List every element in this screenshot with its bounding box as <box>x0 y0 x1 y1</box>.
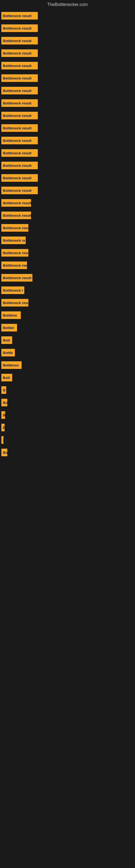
bar-label-15: Bottleneck result <box>3 188 31 193</box>
result-bar-2[interactable]: Bottleneck result <box>1 24 38 32</box>
bar-label-16: Bottleneck result <box>3 201 31 205</box>
result-bar-34[interactable]: B <box>1 424 5 431</box>
bar-label-19: Bottleneck re <box>3 239 25 243</box>
bar-label-23: Bottleneck r <box>3 288 23 292</box>
bar-row: Bottle <box>1 349 134 356</box>
bar-label-31: B <box>3 388 5 392</box>
result-bar-6[interactable]: Bottleneck result <box>1 74 38 82</box>
result-bar-8[interactable]: Bottleneck result <box>1 99 38 107</box>
bar-label-22: Bottleneck result <box>3 276 31 280</box>
bar-label-7: Bottleneck result <box>3 89 31 93</box>
bar-row: Bottleneck result <box>1 74 134 82</box>
bar-label-20: Bottleneck resu <box>3 251 28 255</box>
bar-label-8: Bottleneck result <box>3 101 31 105</box>
result-bar-21[interactable]: Bottleneck res <box>1 261 27 269</box>
bar-label-17: Bottleneck result <box>3 214 31 218</box>
result-bar-14[interactable]: Bottleneck result <box>1 174 38 182</box>
bar-row: Bottleneck r <box>1 286 134 294</box>
bar-row: Bottlene <box>1 311 134 319</box>
bar-label-29: Bottlenec <box>3 363 19 367</box>
bar-row: Bottleneck re <box>1 237 134 244</box>
bar-row: Bottleneck result <box>1 174 134 182</box>
bars-container: Bottleneck resultBottleneck resultBottle… <box>0 9 135 464</box>
result-bar-22[interactable]: Bottleneck result <box>1 274 32 282</box>
bar-label-9: Bottleneck result <box>3 114 31 118</box>
bar-row: Bottleneck result <box>1 62 134 69</box>
result-bar-18[interactable]: Bottleneck resu <box>1 224 28 231</box>
bar-row: Bottler <box>1 324 134 332</box>
bar-label-6: Bottleneck result <box>3 76 31 80</box>
result-bar-11[interactable]: Bottleneck result <box>1 137 38 144</box>
bar-label-21: Bottleneck res <box>3 264 27 268</box>
result-bar-30[interactable]: Bott <box>1 374 12 381</box>
bar-row: Bottleneck result <box>1 124 134 132</box>
bar-row: Bottleneck result <box>1 87 134 94</box>
bar-row: Bottleneck resu <box>1 249 134 257</box>
bar-label-10: Bottleneck result <box>3 126 31 130</box>
result-bar-10[interactable]: Bottleneck result <box>1 124 38 132</box>
result-bar-5[interactable]: Bottleneck result <box>1 62 38 69</box>
result-bar-9[interactable]: Bottleneck result <box>1 112 38 119</box>
bar-row: Bottleneck result <box>1 274 134 282</box>
bar-row: B <box>1 424 134 431</box>
bar-row: Bottleneck result <box>1 149 134 157</box>
bar-row: B <box>1 386 134 394</box>
result-bar-1[interactable]: Bottleneck result <box>1 12 38 20</box>
bar-label-5: Bottleneck result <box>3 64 31 68</box>
bar-row: | <box>1 436 134 444</box>
bar-row: Bottleneck result <box>1 12 134 20</box>
bar-label-12: Bottleneck result <box>3 151 31 155</box>
result-bar-26[interactable]: Bottler <box>1 324 17 332</box>
bar-label-32: Bo <box>3 401 7 405</box>
bar-label-4: Bottleneck result <box>3 51 31 55</box>
bar-row: Bottleneck result <box>1 112 134 119</box>
bar-label-24: Bottleneck resu <box>3 301 28 305</box>
bar-label-34: B <box>3 426 5 430</box>
result-bar-32[interactable]: Bo <box>1 399 7 406</box>
result-bar-4[interactable]: Bottleneck result <box>1 50 38 57</box>
bar-label-26: Bottler <box>3 326 14 330</box>
result-bar-35[interactable]: | <box>1 436 3 444</box>
bar-row: Bott <box>1 336 134 344</box>
result-bar-12[interactable]: Bottleneck result <box>1 149 38 157</box>
result-bar-3[interactable]: Bottleneck result <box>1 37 38 44</box>
bar-label-35: | <box>3 438 3 442</box>
result-bar-19[interactable]: Bottleneck re <box>1 237 26 244</box>
bar-row: Bottleneck result <box>1 162 134 169</box>
result-bar-17[interactable]: Bottleneck result <box>1 212 31 219</box>
bar-label-3: Bottleneck result <box>3 39 31 43</box>
bar-label-1: Bottleneck result <box>3 14 31 18</box>
bar-row: Bottleneck result <box>1 99 134 107</box>
result-bar-23[interactable]: Bottleneck r <box>1 286 24 294</box>
bar-label-18: Bottleneck resu <box>3 226 28 230</box>
result-bar-27[interactable]: Bott <box>1 336 12 344</box>
result-bar-31[interactable]: B <box>1 386 6 394</box>
result-bar-13[interactable]: Bottleneck result <box>1 162 38 169</box>
bar-row: Bo <box>1 448 134 456</box>
result-bar-16[interactable]: Bottleneck result <box>1 199 31 207</box>
site-title: TheBottlenecker.com <box>0 0 135 9</box>
bar-label-30: Bott <box>3 376 10 380</box>
bar-row: Bottleneck result <box>1 199 134 207</box>
result-bar-15[interactable]: Bottleneck result <box>1 187 38 194</box>
bar-row: Bottleneck result <box>1 50 134 57</box>
bar-label-2: Bottleneck result <box>3 26 31 30</box>
bar-label-33: B <box>3 413 5 417</box>
result-bar-36[interactable]: Bo <box>1 448 7 456</box>
bar-row: Bottleneck result <box>1 37 134 44</box>
bar-row: Bottlenec <box>1 361 134 369</box>
result-bar-24[interactable]: Bottleneck resu <box>1 299 28 307</box>
result-bar-25[interactable]: Bottlene <box>1 311 21 319</box>
bar-row: Bottleneck result <box>1 212 134 219</box>
result-bar-33[interactable]: B <box>1 411 5 419</box>
result-bar-20[interactable]: Bottleneck resu <box>1 249 28 257</box>
bar-label-36: Bo <box>3 451 7 455</box>
bar-row: Bottleneck resu <box>1 299 134 307</box>
bar-label-14: Bottleneck result <box>3 176 31 180</box>
bar-label-28: Bottle <box>3 351 13 355</box>
result-bar-29[interactable]: Bottlenec <box>1 361 21 369</box>
bar-row: Bottleneck result <box>1 137 134 144</box>
result-bar-28[interactable]: Bottle <box>1 349 15 356</box>
result-bar-7[interactable]: Bottleneck result <box>1 87 38 94</box>
bar-row: Bo <box>1 399 134 406</box>
